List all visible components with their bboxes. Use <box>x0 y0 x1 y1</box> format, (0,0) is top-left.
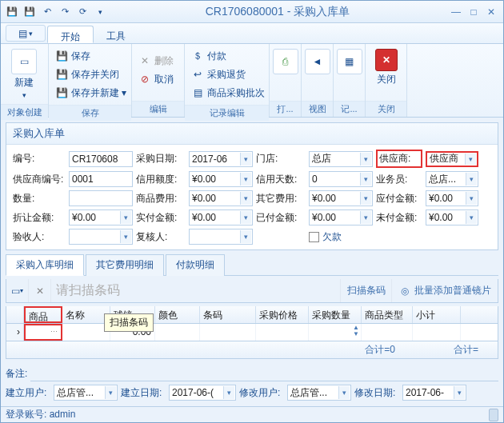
col-header[interactable]: 商品 <box>24 306 62 323</box>
dropdown-icon[interactable]: ▾ <box>338 386 350 399</box>
field-input[interactable]: ▾ <box>69 229 133 245</box>
view-button[interactable]: ◄ <box>303 46 332 78</box>
tab-start[interactable]: 开始 <box>47 26 94 43</box>
cell-color[interactable] <box>155 324 200 341</box>
print-button[interactable]: ⎙ <box>271 46 300 78</box>
footer-field[interactable]: 总店管...▾ <box>54 385 118 401</box>
cancel-button[interactable]: ⊘取消 <box>135 70 177 88</box>
field-input[interactable]: ¥0.00▾ <box>309 210 373 225</box>
field-label: 门店: <box>256 152 306 166</box>
cell-type[interactable] <box>362 324 413 341</box>
field-input[interactable]: 供应商▾ <box>426 151 478 167</box>
dropdown-icon[interactable]: ▾ <box>360 211 371 224</box>
status-bar: 登录账号: admin <box>1 406 503 422</box>
dropdown-icon[interactable]: ▾ <box>360 192 371 205</box>
batch-add-button[interactable]: ◎批量添加普通镜片 <box>392 284 498 297</box>
col-header[interactable] <box>6 306 24 323</box>
resize-grip[interactable] <box>489 409 498 421</box>
scan-label: 扫描条码 <box>341 279 392 302</box>
delete-row-button[interactable]: ✕ <box>29 279 51 302</box>
new-row-button[interactable]: ▭▾ <box>6 279 29 302</box>
owe-label: 欠款 <box>322 230 342 244</box>
dropdown-icon[interactable]: ▾ <box>466 173 477 186</box>
field-input[interactable]: ¥0.00▾ <box>426 190 478 206</box>
new-button[interactable]: ▭新建▾ <box>2 46 46 102</box>
field-input[interactable]: ¥0.00▾ <box>189 171 253 187</box>
minimize-button[interactable]: — <box>447 5 465 19</box>
dropdown-icon[interactable]: ▾ <box>120 230 131 243</box>
field-input[interactable]: ¥0.00▾ <box>426 210 478 225</box>
field-input[interactable]: 0▾ <box>309 171 373 187</box>
maximize-button[interactable]: □ <box>465 5 482 19</box>
footer-field[interactable]: 2017-06-▾ <box>402 385 466 401</box>
refresh-icon[interactable]: ⟳ <box>74 4 90 20</box>
cell-subtotal[interactable] <box>413 324 461 341</box>
close-button[interactable]: ✕ <box>482 5 500 19</box>
col-header[interactable]: 条码 <box>200 306 256 323</box>
cell-barcode[interactable] <box>200 324 256 341</box>
col-header[interactable]: 名称 <box>62 306 110 323</box>
cell-product[interactable]: ⋯ <box>24 324 62 341</box>
app-menu[interactable]: ▤ ▾ <box>6 25 46 42</box>
batch-button[interactable]: ▤商品采购批次 <box>188 84 268 102</box>
dropdown-icon[interactable]: ▾ <box>120 211 131 224</box>
field-input[interactable]: 总店...▾ <box>426 171 478 187</box>
close-panel-button[interactable]: ✕关闭 <box>367 46 405 90</box>
dropdown-icon[interactable]: ▾ <box>360 153 371 166</box>
field-input[interactable]: ¥0.00▾ <box>189 210 253 225</box>
cell-qty[interactable]: ▲▼ <box>309 324 362 341</box>
save-close-button[interactable]: 💾保存并关闭 <box>52 66 130 83</box>
footer-field[interactable]: 2017-06-(▾ <box>169 385 236 401</box>
field-input[interactable]: 0001 <box>69 171 133 187</box>
col-header[interactable]: 商品类型 <box>362 306 413 323</box>
field-input[interactable]: ¥0.00▾ <box>69 210 133 225</box>
field-input[interactable]: CR170608 <box>69 151 133 167</box>
tab-detail-in[interactable]: 采购入库明细 <box>6 254 84 276</box>
dropdown-icon[interactable]: ▾ <box>360 173 371 186</box>
field-input[interactable]: 总店▾ <box>309 151 373 167</box>
col-header[interactable]: 小计 <box>413 306 461 323</box>
barcode-input[interactable]: 请扫描条码 <box>51 279 341 302</box>
cell-name[interactable] <box>62 324 110 341</box>
row-indicator: › <box>6 324 24 341</box>
col-header[interactable]: 颜色 <box>155 306 200 323</box>
close-x-icon: ✕ <box>375 49 398 71</box>
dropdown-icon[interactable]: ▾ <box>240 173 251 186</box>
return-button[interactable]: ↩采购退货 <box>188 66 268 83</box>
undo-icon[interactable]: ↶ <box>39 4 55 20</box>
owe-checkbox[interactable] <box>309 232 319 242</box>
save-close-icon[interactable]: 💾 <box>22 4 38 20</box>
cell-price[interactable] <box>256 324 309 341</box>
dropdown-icon[interactable]: ▾ <box>466 211 477 224</box>
tab-payment[interactable]: 付款明细 <box>166 254 225 276</box>
dropdown-icon[interactable]: ▾ <box>466 192 477 205</box>
field-input[interactable]: ¥0.00▾ <box>189 190 253 206</box>
dropdown-icon[interactable]: ▾ <box>240 192 251 205</box>
save-new-button[interactable]: 💾保存并新建 ▾ <box>52 84 130 102</box>
dropdown-icon[interactable]: ▾ <box>105 386 116 399</box>
back-icon: ◄ <box>305 49 330 74</box>
dropdown-icon[interactable]: ▾ <box>223 386 234 399</box>
col-header[interactable]: 采购价格 <box>256 306 309 323</box>
footer-field[interactable]: 总店管...▾ <box>287 385 351 401</box>
save-icon[interactable]: 💾 <box>4 4 20 20</box>
pay-button[interactable]: ＄付款 <box>188 47 268 65</box>
record-button[interactable]: ▦ <box>335 46 364 78</box>
dropdown-icon[interactable]: ▾ <box>240 230 251 243</box>
save-button[interactable]: 💾保存 <box>52 47 130 65</box>
field-input[interactable] <box>69 190 133 206</box>
field-input[interactable]: ¥0.00▾ <box>309 190 373 206</box>
dropdown-icon[interactable]: ▾ <box>240 153 251 166</box>
col-header[interactable]: 采购数量 <box>309 306 362 323</box>
grid-row[interactable]: › ⋯ 0.00 ▲▼ <box>6 324 498 341</box>
field-input[interactable]: ▾ <box>189 229 253 245</box>
qa-dropdown[interactable]: ▾ <box>92 4 108 20</box>
tab-other-fee[interactable]: 其它费用明细 <box>86 254 164 276</box>
tab-tools[interactable]: 工具 <box>94 26 138 43</box>
dropdown-icon[interactable]: ▾ <box>465 154 476 165</box>
field-input[interactable]: 2017-06▾ <box>189 151 253 167</box>
redo-icon[interactable]: ↷ <box>57 4 73 20</box>
dropdown-icon[interactable]: ▾ <box>454 386 465 399</box>
dropdown-icon[interactable]: ▾ <box>240 211 251 224</box>
remark-input[interactable] <box>30 365 498 381</box>
